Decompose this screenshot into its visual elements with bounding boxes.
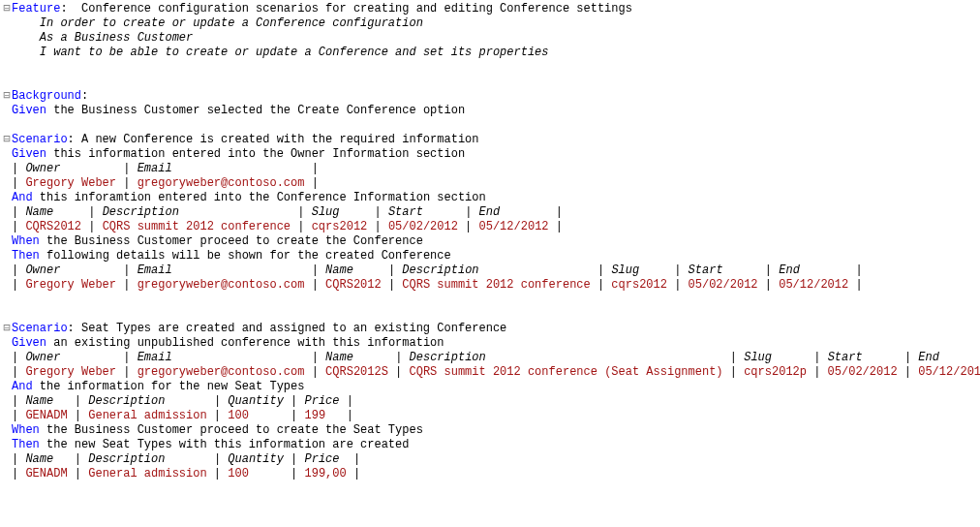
scenario1-step3: When the Business Customer proceed to cr… (2, 234, 978, 249)
scenario1-title: A new Conference is created with the req… (81, 133, 478, 146)
scenario2-step2: And the information for the new Seat Typ… (2, 380, 978, 394)
table-row: | Owner | Email | Name | Description | S… (2, 264, 978, 278)
fold-icon[interactable]: ⊟ (2, 2, 12, 16)
table-row: | Gregory Weber | gregoryweber@contoso.c… (2, 176, 978, 191)
table-row: | Owner | Email | (2, 162, 978, 176)
table-row: | GENADM | General admission | 100 | 199… (2, 467, 978, 481)
feature-keyword: Feature (12, 2, 60, 16)
table-row: | Owner | Email | Name | Description | S… (2, 351, 978, 365)
feature-narrative-1: In order to create or update a Conferenc… (2, 16, 978, 31)
fold-icon[interactable]: ⊟ (2, 89, 12, 104)
feature-title: Conference configuration scenarios for c… (81, 2, 632, 16)
feature-line: ⊟Feature: Conference configuration scena… (2, 2, 978, 16)
scenario1-step1: Given this information entered into the … (2, 147, 978, 162)
scenario1-step2: And this inforamtion entered into the Co… (2, 191, 978, 205)
table-row: | Name | Description | Quantity | Price … (2, 452, 978, 467)
scenario2-step4: Then the new Seat Types with this inform… (2, 438, 978, 452)
scenario2-step3: When the Business Customer proceed to cr… (2, 423, 978, 438)
background-keyword: Background (12, 89, 81, 103)
table-row: | CQRS2012 | CQRS summit 2012 conference… (2, 220, 978, 234)
background-step: Given the Business Customer selected the… (2, 104, 978, 118)
fold-icon[interactable]: ⊟ (2, 322, 12, 336)
table-row: | GENADM | General admission | 100 | 199… (2, 409, 978, 423)
scenario1-step4: Then following details will be shown for… (2, 249, 978, 264)
table-row: | Name | Description | Quantity | Price … (2, 394, 978, 409)
fold-icon[interactable]: ⊟ (2, 133, 12, 147)
table-row: | Gregory Weber | gregoryweber@contoso.c… (2, 365, 978, 380)
scenario1-line: ⊟Scenario: A new Conference is created w… (2, 133, 978, 147)
table-row: | Gregory Weber | gregoryweber@contoso.c… (2, 278, 978, 293)
feature-narrative-3: I want to be able to create or update a … (2, 46, 978, 60)
scenario2-title: Seat Types are created and assigned to a… (81, 322, 506, 335)
scenario2-line: ⊟Scenario: Seat Types are created and as… (2, 322, 978, 336)
background-line: ⊟Background: (2, 89, 978, 104)
scenario2-step1: Given an existing unpublished conference… (2, 336, 978, 351)
feature-narrative-2: As a Business Customer (2, 31, 978, 46)
table-row: | Name | Description | Slug | Start | En… (2, 205, 978, 220)
